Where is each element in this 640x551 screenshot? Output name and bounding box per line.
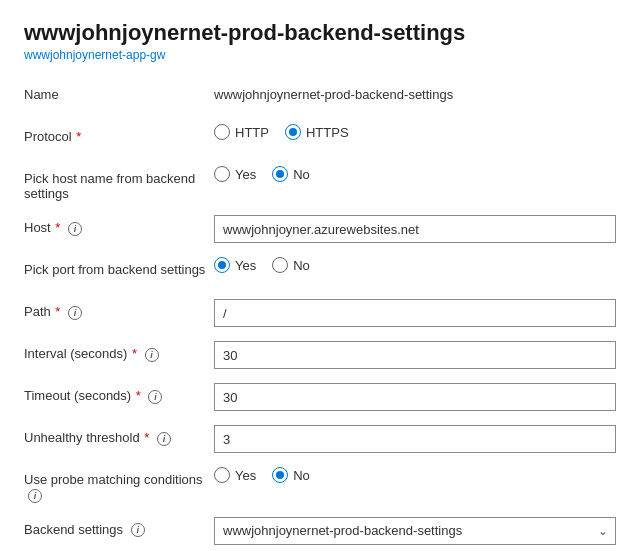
host-info-icon[interactable]: i bbox=[68, 222, 82, 236]
interval-input[interactable] bbox=[214, 341, 616, 369]
timeout-input[interactable] bbox=[214, 383, 616, 411]
unhealthy-label: Unhealthy threshold * i bbox=[24, 425, 214, 446]
pick-port-no-option[interactable]: No bbox=[272, 257, 310, 273]
pick-host-no-option[interactable]: No bbox=[272, 166, 310, 182]
pick-port-label: Pick port from backend settings bbox=[24, 257, 214, 277]
protocol-row: Protocol * HTTP HTTPS bbox=[24, 124, 616, 152]
probe-no-label: No bbox=[293, 468, 310, 483]
host-control bbox=[214, 215, 616, 243]
path-label: Path * i bbox=[24, 299, 214, 320]
page-title: wwwjohnjoynernet-prod-backend-settings bbox=[24, 20, 616, 46]
pick-host-row: Pick host name from backend settings Yes… bbox=[24, 166, 616, 201]
probe-yes-option[interactable]: Yes bbox=[214, 467, 256, 483]
protocol-http-label: HTTP bbox=[235, 125, 269, 140]
probe-info-icon[interactable]: i bbox=[28, 489, 42, 503]
host-label: Host * i bbox=[24, 215, 214, 236]
probe-yes-circle bbox=[214, 467, 230, 483]
protocol-radio-group: HTTP HTTPS bbox=[214, 124, 349, 140]
pick-host-yes-label: Yes bbox=[235, 167, 256, 182]
pick-port-yes-label: Yes bbox=[235, 258, 256, 273]
backend-row: Backend settings i wwwjohnjoynernet-prod… bbox=[24, 517, 616, 545]
host-input[interactable] bbox=[214, 215, 616, 243]
backend-select-wrapper: wwwjohnjoynernet-prod-backend-settings ⌄ bbox=[214, 517, 616, 545]
pick-host-yes-option[interactable]: Yes bbox=[214, 166, 256, 182]
pick-host-label: Pick host name from backend settings bbox=[24, 166, 214, 201]
path-info-icon[interactable]: i bbox=[68, 306, 82, 320]
protocol-control: HTTP HTTPS bbox=[214, 124, 616, 140]
interval-row: Interval (seconds) * i bbox=[24, 341, 616, 369]
probe-no-option[interactable]: No bbox=[272, 467, 310, 483]
pick-port-yes-option[interactable]: Yes bbox=[214, 257, 256, 273]
probe-control: Yes No bbox=[214, 467, 616, 483]
protocol-label: Protocol * bbox=[24, 124, 214, 144]
unhealthy-control bbox=[214, 425, 616, 453]
probe-radio-group: Yes No bbox=[214, 467, 310, 483]
unhealthy-row: Unhealthy threshold * i bbox=[24, 425, 616, 453]
pick-port-row: Pick port from backend settings Yes No bbox=[24, 257, 616, 285]
timeout-control bbox=[214, 383, 616, 411]
probe-no-circle bbox=[272, 467, 288, 483]
pick-host-control: Yes No bbox=[214, 166, 616, 182]
path-input[interactable] bbox=[214, 299, 616, 327]
backend-info-icon[interactable]: i bbox=[131, 523, 145, 537]
pick-host-yes-circle bbox=[214, 166, 230, 182]
timeout-info-icon[interactable]: i bbox=[148, 390, 162, 404]
pick-port-yes-circle bbox=[214, 257, 230, 273]
pick-port-no-label: No bbox=[293, 258, 310, 273]
protocol-http-option[interactable]: HTTP bbox=[214, 124, 269, 140]
timeout-row: Timeout (seconds) * i bbox=[24, 383, 616, 411]
name-value: wwwjohnjoynernet-prod-backend-settings bbox=[214, 82, 616, 102]
probe-yes-label: Yes bbox=[235, 468, 256, 483]
unhealthy-info-icon[interactable]: i bbox=[157, 432, 171, 446]
backend-control: wwwjohnjoynernet-prod-backend-settings ⌄ bbox=[214, 517, 616, 545]
protocol-http-circle bbox=[214, 124, 230, 140]
probe-label: Use probe matching conditions i bbox=[24, 467, 214, 503]
protocol-https-option[interactable]: HTTPS bbox=[285, 124, 349, 140]
page-subtitle[interactable]: wwwjohnjoynernet-app-gw bbox=[24, 48, 616, 62]
protocol-https-circle bbox=[285, 124, 301, 140]
pick-port-no-circle bbox=[272, 257, 288, 273]
name-row: Name wwwjohnjoynernet-prod-backend-setti… bbox=[24, 82, 616, 110]
pick-host-no-label: No bbox=[293, 167, 310, 182]
pick-host-no-circle bbox=[272, 166, 288, 182]
host-row: Host * i bbox=[24, 215, 616, 243]
timeout-label: Timeout (seconds) * i bbox=[24, 383, 214, 404]
path-row: Path * i bbox=[24, 299, 616, 327]
probe-row: Use probe matching conditions i Yes No bbox=[24, 467, 616, 503]
path-control bbox=[214, 299, 616, 327]
interval-label: Interval (seconds) * i bbox=[24, 341, 214, 362]
backend-label: Backend settings i bbox=[24, 517, 214, 538]
pick-port-radio-group: Yes No bbox=[214, 257, 310, 273]
backend-select[interactable]: wwwjohnjoynernet-prod-backend-settings bbox=[214, 517, 616, 545]
pick-port-control: Yes No bbox=[214, 257, 616, 273]
protocol-https-label: HTTPS bbox=[306, 125, 349, 140]
interval-control bbox=[214, 341, 616, 369]
pick-host-radio-group: Yes No bbox=[214, 166, 310, 182]
interval-info-icon[interactable]: i bbox=[145, 348, 159, 362]
unhealthy-input[interactable] bbox=[214, 425, 616, 453]
name-label: Name bbox=[24, 82, 214, 102]
